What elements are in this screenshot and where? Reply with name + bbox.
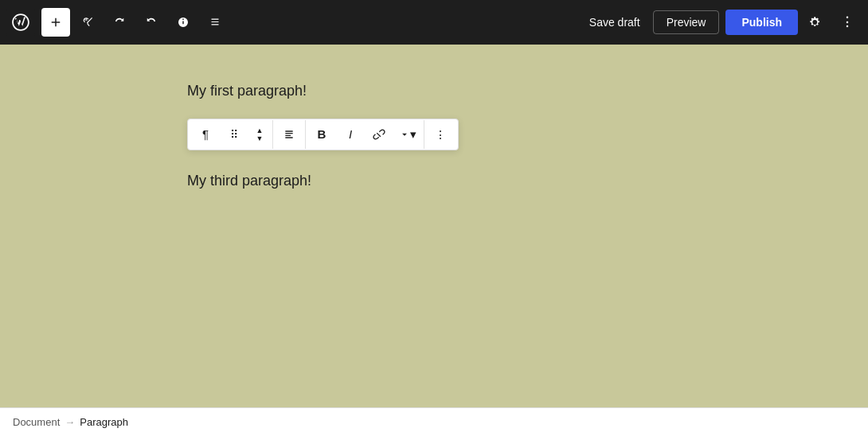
top-toolbar: Save draft Preview Publish [0,0,868,45]
more-options-button[interactable] [833,8,862,37]
options-group [424,120,456,149]
wp-logo[interactable] [6,8,35,37]
undo-button[interactable] [105,8,134,37]
paragraph-icon-button[interactable]: ¶ [191,120,220,149]
italic-button[interactable]: I [336,120,365,149]
breadcrumb-paragraph[interactable]: Paragraph [80,416,128,428]
publish-button[interactable]: Publish [725,10,798,35]
block-type-group: ¶ ⠿ ▲ ▼ [190,120,273,149]
redo-button[interactable] [137,8,166,37]
block-toolbar: ¶ ⠿ ▲ ▼ B I [187,119,459,150]
preview-button[interactable]: Preview [653,10,720,34]
link-button[interactable] [365,120,393,149]
editor-area: My first paragraph! ¶ ⠿ ▲ ▼ [0,45,868,407]
paragraph-1[interactable]: My first paragraph! [187,76,681,106]
status-bar: Document → Paragraph [0,407,868,436]
add-block-button[interactable] [41,8,70,37]
align-button[interactable] [275,120,303,149]
more-format-button[interactable]: ▾ [393,120,422,149]
settings-button[interactable] [801,8,830,37]
save-draft-button[interactable]: Save draft [580,11,650,33]
bold-button[interactable]: B [307,120,336,149]
move-up-down-button[interactable]: ▲ ▼ [248,120,271,149]
tools-button[interactable] [73,8,102,37]
list-view-button[interactable] [201,8,229,37]
editor-content: My first paragraph! ¶ ⠿ ▲ ▼ [187,76,681,196]
align-group [273,120,306,149]
paragraph-3[interactable]: My third paragraph! [187,166,681,196]
block-options-button[interactable] [426,120,455,149]
drag-handle-button[interactable]: ⠿ [220,120,248,149]
breadcrumb-document[interactable]: Document [13,416,60,428]
details-button[interactable] [169,8,197,37]
breadcrumb-arrow: → [65,416,75,428]
format-group: B I ▾ [306,120,424,149]
